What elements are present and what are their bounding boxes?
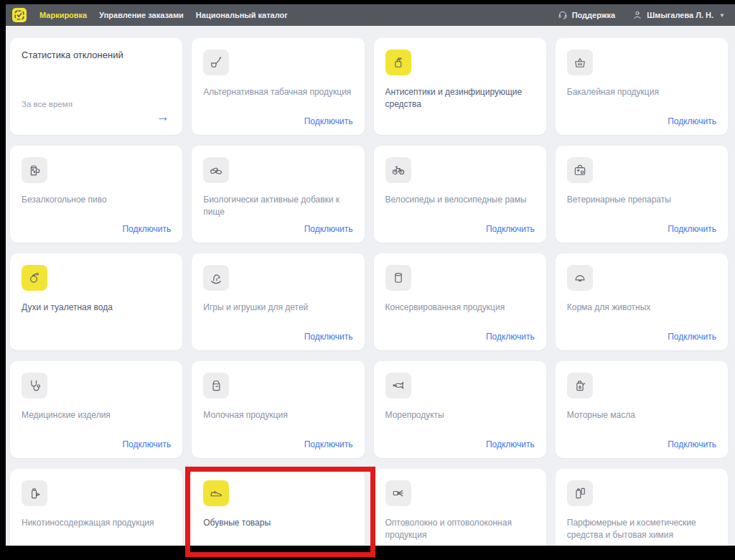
- connect-link[interactable]: Подключить: [486, 332, 535, 342]
- category-title: Медицинские изделия: [22, 409, 171, 421]
- category-title: Консервированная продукция: [385, 302, 535, 314]
- category-title: Ветеринарные препараты: [567, 194, 716, 206]
- category-card[interactable]: Моторные маслаПодключить: [556, 361, 728, 458]
- user-name: Шмыгалева Л. Н.: [647, 11, 713, 19]
- category-card[interactable]: Бакалейная продукцияПодключить: [556, 38, 728, 135]
- category-card[interactable]: МорепродуктыПодключить: [374, 361, 546, 458]
- connect-link[interactable]: Подключить: [122, 224, 171, 234]
- category-card[interactable]: Ветеринарные препаратыПодключить: [556, 146, 728, 243]
- category-card[interactable]: Медицинские изделияПодключить: [10, 361, 182, 458]
- support-label: Поддержка: [572, 11, 616, 19]
- category-card[interactable]: Альтернативная табачная продукцияПодключ…: [192, 38, 364, 135]
- category-card[interactable]: Антисептики и дезинфицирующие средства: [374, 38, 546, 135]
- connect-link[interactable]: Подключить: [122, 439, 171, 449]
- tobacco-pipe-icon: [203, 50, 229, 75]
- bicycle-icon: [385, 157, 411, 183]
- tin-can-icon: [385, 265, 411, 291]
- category-card[interactable]: Никотиносодержащая продукцияПодключить: [10, 469, 182, 546]
- connect-link[interactable]: Подключить: [486, 224, 535, 234]
- supplements-icon: [203, 157, 229, 183]
- category-title: Морепродукты: [385, 409, 535, 421]
- fish-icon: [385, 373, 411, 398]
- category-card[interactable]: Обувные товары: [192, 469, 364, 546]
- nav-item-order-management[interactable]: Управление заказами: [99, 11, 184, 19]
- navbar-right: Поддержка Шмыгалева Л. Н. ▼: [558, 10, 725, 20]
- category-card[interactable]: Духи и туалетная вода: [10, 253, 182, 350]
- category-title: Велосипеды и велосипедные рамы: [385, 194, 535, 206]
- arrow-right-icon[interactable]: →: [156, 110, 169, 123]
- vet-kit-icon: [567, 157, 593, 183]
- top-navbar: МаркировкаУправление заказамиНациональны…: [6, 4, 735, 26]
- support-button[interactable]: Поддержка: [558, 10, 616, 20]
- stats-card[interactable]: Статистика отклонений За все время →: [10, 38, 182, 135]
- category-card[interactable]: Игры и игрушки для детейПодключить: [192, 253, 364, 350]
- user-menu[interactable]: Шмыгалева Л. Н. ▼: [632, 10, 725, 20]
- stats-card-title: Статистика отклонений: [22, 50, 171, 60]
- category-card[interactable]: Парфюмерные и косметические средства и б…: [556, 469, 728, 546]
- connect-link[interactable]: Подключить: [668, 224, 716, 234]
- rocking-horse-icon: [203, 265, 229, 291]
- nav-item-marking[interactable]: Маркировка: [39, 11, 87, 19]
- beer-mug-icon: [22, 157, 47, 183]
- cosmetics-icon: [567, 480, 593, 506]
- fiber-optic-icon: [385, 480, 411, 506]
- category-card[interactable]: Корма для животныхПодключить: [556, 253, 728, 350]
- category-card[interactable]: Безалкогольное пивоПодключить: [10, 146, 182, 243]
- category-card[interactable]: Биологически активные добавки к пищеПодк…: [192, 146, 364, 243]
- nav-item-national-catalog[interactable]: Национальный каталог: [196, 11, 288, 19]
- category-title: Корма для животных: [567, 302, 716, 314]
- connect-link[interactable]: Подключить: [668, 332, 716, 342]
- categories-grid: Статистика отклонений За все время → Аль…: [6, 26, 735, 546]
- category-title: Безалкогольное пиво: [22, 194, 171, 206]
- stethoscope-icon: [22, 373, 47, 398]
- category-title: Обувные товары: [203, 517, 352, 529]
- chevron-down-icon: ▼: [719, 12, 725, 19]
- category-title: Бакалейная продукция: [567, 86, 716, 98]
- sanitizer-icon: [385, 50, 411, 75]
- motor-oil-icon: [567, 373, 593, 398]
- connect-link[interactable]: Подключить: [668, 439, 716, 449]
- connect-link[interactable]: Подключить: [486, 439, 535, 449]
- grocery-basket-icon: [567, 50, 593, 75]
- category-title: Биологически активные добавки к пище: [203, 194, 352, 219]
- stats-period-label: За все время: [22, 100, 171, 108]
- app-window: МаркировкаУправление заказамиНациональны…: [6, 4, 735, 546]
- category-title: Парфюмерные и косметические средства и б…: [567, 517, 716, 542]
- category-card[interactable]: Оптоволокно и оптоволоконная продукцияПо…: [374, 469, 546, 546]
- category-title: Антисептики и дезинфицирующие средства: [385, 86, 535, 111]
- milk-carton-icon: [203, 373, 229, 398]
- category-card[interactable]: Молочная продукцияПодключить: [192, 361, 364, 458]
- pet-food-icon: [567, 265, 593, 291]
- main-menu: МаркировкаУправление заказамиНациональны…: [39, 11, 288, 19]
- connect-link[interactable]: Подключить: [304, 224, 353, 234]
- category-title: Игры и игрушки для детей: [203, 302, 352, 314]
- connect-link[interactable]: Подключить: [304, 116, 353, 126]
- sneaker-icon: [203, 480, 229, 506]
- category-card[interactable]: Велосипеды и велосипедные рамыПодключить: [374, 146, 546, 243]
- headset-icon: [558, 10, 568, 20]
- connect-link[interactable]: Подключить: [304, 332, 353, 342]
- category-title: Никотиносодержащая продукция: [22, 517, 171, 529]
- category-title: Оптоволокно и оптоволоконная продукция: [385, 517, 535, 542]
- user-icon: [632, 10, 642, 20]
- category-title: Моторные масла: [567, 409, 716, 421]
- category-title: Духи и туалетная вода: [22, 302, 171, 314]
- perfume-icon: [22, 265, 47, 291]
- connect-link[interactable]: Подключить: [668, 116, 716, 126]
- category-title: Альтернативная табачная продукция: [203, 86, 352, 98]
- category-title: Молочная продукция: [203, 409, 352, 421]
- chestny-znak-logo-icon[interactable]: [12, 8, 27, 22]
- nicotine-icon: [22, 480, 47, 506]
- connect-link[interactable]: Подключить: [304, 439, 353, 449]
- category-card[interactable]: Консервированная продукцияПодключить: [374, 253, 546, 350]
